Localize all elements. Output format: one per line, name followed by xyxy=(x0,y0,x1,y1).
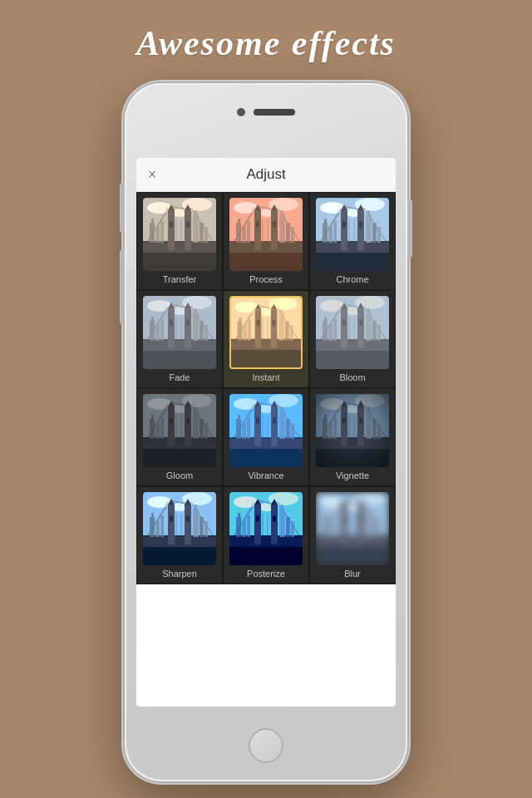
svg-rect-397 xyxy=(324,513,327,517)
svg-rect-109 xyxy=(185,308,191,348)
svg-rect-382 xyxy=(342,515,346,522)
svg-rect-22 xyxy=(150,223,155,243)
effect-label-blur: Blur xyxy=(344,569,361,579)
svg-rect-25 xyxy=(160,221,164,243)
svg-rect-330 xyxy=(155,520,160,537)
svg-rect-265 xyxy=(281,406,283,411)
svg-rect-247 xyxy=(273,417,276,424)
svg-rect-158 xyxy=(238,322,243,341)
svg-rect-367 xyxy=(281,505,283,509)
svg-rect-110 xyxy=(170,319,173,326)
svg-rect-24 xyxy=(155,226,160,243)
svg-rect-40 xyxy=(254,210,261,250)
svg-rect-195 xyxy=(333,319,337,341)
svg-rect-59 xyxy=(247,221,250,243)
svg-rect-232 xyxy=(200,419,204,439)
svg-rect-57 xyxy=(238,219,240,223)
svg-rect-368 xyxy=(286,517,290,537)
effect-item-sharpen[interactable]: Sharpen xyxy=(136,486,223,584)
svg-rect-95 xyxy=(367,210,370,214)
effect-item-chrome[interactable]: Chrome xyxy=(309,192,396,290)
svg-rect-315 xyxy=(186,515,190,522)
effect-item-posterize[interactable]: Posterize xyxy=(223,486,309,584)
svg-rect-164 xyxy=(285,322,289,341)
svg-rect-7 xyxy=(185,210,191,250)
effect-label-fade: Fade xyxy=(169,372,190,382)
svg-rect-176 xyxy=(341,308,347,348)
svg-rect-314 xyxy=(170,515,173,522)
effect-label-vignette: Vignette xyxy=(336,470,369,480)
effect-item-process[interactable]: Process xyxy=(223,192,309,290)
effect-label-posterize: Posterize xyxy=(247,569,285,579)
svg-rect-228 xyxy=(155,422,160,439)
svg-rect-261 xyxy=(238,415,240,419)
svg-rect-332 xyxy=(193,509,199,537)
svg-rect-144 xyxy=(257,320,260,327)
svg-rect-127 xyxy=(160,319,164,341)
effect-label-process: Process xyxy=(249,274,283,284)
svg-rect-63 xyxy=(291,227,294,243)
svg-rect-331 xyxy=(160,515,164,537)
svg-rect-194 xyxy=(328,324,332,341)
svg-rect-328 xyxy=(150,517,155,537)
svg-rect-159 xyxy=(239,318,242,322)
svg-rect-142 xyxy=(255,309,262,347)
svg-rect-363 xyxy=(238,513,240,517)
svg-rect-61 xyxy=(281,210,283,214)
svg-rect-91 xyxy=(324,219,327,223)
svg-rect-8 xyxy=(170,221,173,228)
svg-rect-76 xyxy=(342,221,346,228)
svg-rect-97 xyxy=(377,227,381,243)
effect-item-fade[interactable]: Fade xyxy=(136,290,223,388)
effect-item-vignette[interactable]: Vignette xyxy=(309,388,396,486)
svg-rect-213 xyxy=(186,417,190,424)
effect-item-transfer[interactable]: Transfer xyxy=(136,192,223,290)
svg-rect-125 xyxy=(151,317,154,321)
svg-rect-90 xyxy=(323,223,328,243)
svg-rect-192 xyxy=(323,321,328,341)
svg-rect-229 xyxy=(160,417,164,439)
svg-rect-196 xyxy=(366,313,372,341)
svg-rect-396 xyxy=(323,517,328,537)
svg-rect-161 xyxy=(248,320,251,341)
svg-rect-177 xyxy=(357,308,364,348)
effect-item-bloom[interactable]: Bloom xyxy=(309,290,396,388)
svg-rect-94 xyxy=(366,214,372,243)
close-button[interactable]: × xyxy=(148,166,156,184)
svg-rect-334 xyxy=(200,517,204,537)
svg-rect-403 xyxy=(377,521,381,537)
svg-rect-143 xyxy=(271,309,278,347)
effect-label-vibrance: Vibrance xyxy=(248,470,283,480)
effect-item-vibrance[interactable]: Vibrance xyxy=(223,388,309,486)
svg-rect-398 xyxy=(328,520,332,537)
effect-label-sharpen: Sharpen xyxy=(162,569,197,579)
svg-rect-333 xyxy=(195,505,197,509)
home-button[interactable] xyxy=(249,728,283,763)
svg-rect-126 xyxy=(155,324,160,341)
effect-item-blur[interactable]: Blur xyxy=(309,486,396,584)
svg-rect-99 xyxy=(316,253,389,271)
svg-rect-131 xyxy=(204,325,208,341)
svg-rect-129 xyxy=(195,308,197,313)
svg-rect-56 xyxy=(236,223,241,243)
effect-item-instant[interactable]: Instant xyxy=(223,290,309,388)
svg-rect-197 xyxy=(367,308,370,313)
svg-rect-210 xyxy=(168,406,175,446)
svg-rect-42 xyxy=(256,221,259,228)
svg-rect-401 xyxy=(367,505,370,509)
svg-rect-160 xyxy=(243,324,247,340)
svg-rect-366 xyxy=(279,509,285,537)
svg-rect-199 xyxy=(377,325,381,341)
svg-rect-400 xyxy=(366,509,372,537)
svg-rect-179 xyxy=(359,319,362,326)
svg-rect-201 xyxy=(316,351,389,369)
effects-grid: Transfer xyxy=(136,192,396,584)
svg-rect-165 xyxy=(290,325,293,340)
svg-rect-371 xyxy=(229,547,303,565)
svg-rect-266 xyxy=(286,419,290,439)
svg-rect-405 xyxy=(316,547,389,565)
svg-rect-365 xyxy=(247,515,250,537)
svg-rect-245 xyxy=(271,406,278,446)
effect-label-instant: Instant xyxy=(252,372,279,382)
effect-item-gloom[interactable]: Gloom xyxy=(136,388,223,486)
